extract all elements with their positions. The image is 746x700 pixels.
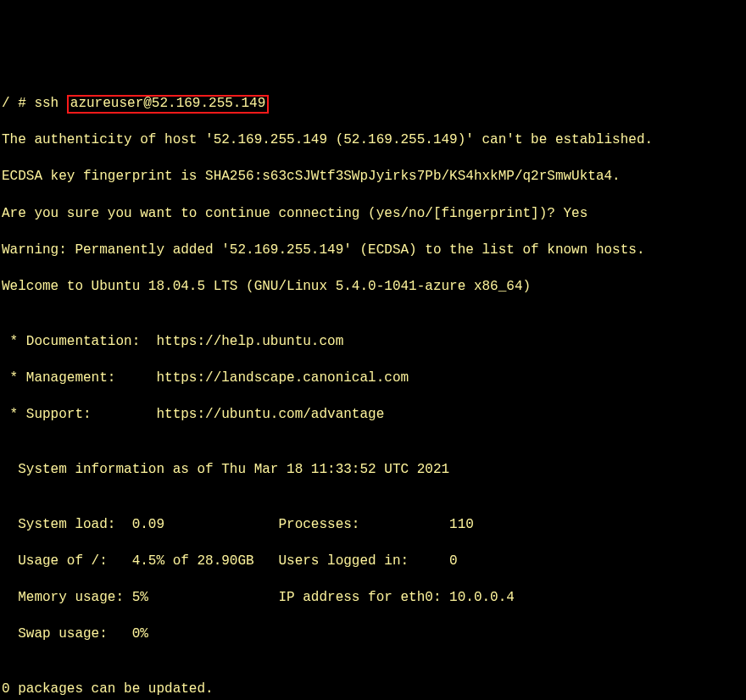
authenticity-line: The authenticity of host '52.169.255.149… bbox=[2, 131, 744, 150]
stat-row-4: Swap usage: 0% bbox=[2, 625, 744, 644]
mgmt-link-line: * Management: https://landscape.canonica… bbox=[2, 369, 744, 388]
confirm-line: Are you sure you want to continue connec… bbox=[2, 205, 744, 224]
stat-row-2: Usage of /: 4.5% of 28.90GB Users logged… bbox=[2, 553, 744, 571]
welcome-line: Welcome to Ubuntu 18.04.5 LTS (GNU/Linux… bbox=[2, 278, 744, 297]
packages-line-1: 0 packages can be updated. bbox=[2, 681, 744, 699]
terminal-output[interactable]: / # ssh azureuser@52.169.255.149 The aut… bbox=[2, 76, 744, 700]
ssh-target: azureuser@52.169.255.149 bbox=[70, 96, 265, 111]
support-link-line: * Support: https://ubuntu.com/advantage bbox=[2, 406, 744, 425]
warning-line: Warning: Permanently added '52.169.255.1… bbox=[2, 242, 744, 260]
stat-row-3: Memory usage: 5% IP address for eth0: 10… bbox=[2, 589, 744, 608]
shell-prompt: / # ssh bbox=[2, 96, 67, 111]
ssh-target-highlight: azureuser@52.169.255.149 bbox=[67, 95, 269, 114]
ssh-command-line: / # ssh azureuser@52.169.255.149 bbox=[2, 95, 744, 114]
doc-link-line: * Documentation: https://help.ubuntu.com bbox=[2, 333, 744, 352]
fingerprint-line: ECDSA key fingerprint is SHA256:s63cSJWt… bbox=[2, 168, 744, 186]
sysinfo-header: System information as of Thu Mar 18 11:3… bbox=[2, 461, 744, 480]
stat-row-1: System load: 0.09 Processes: 110 bbox=[2, 516, 744, 535]
